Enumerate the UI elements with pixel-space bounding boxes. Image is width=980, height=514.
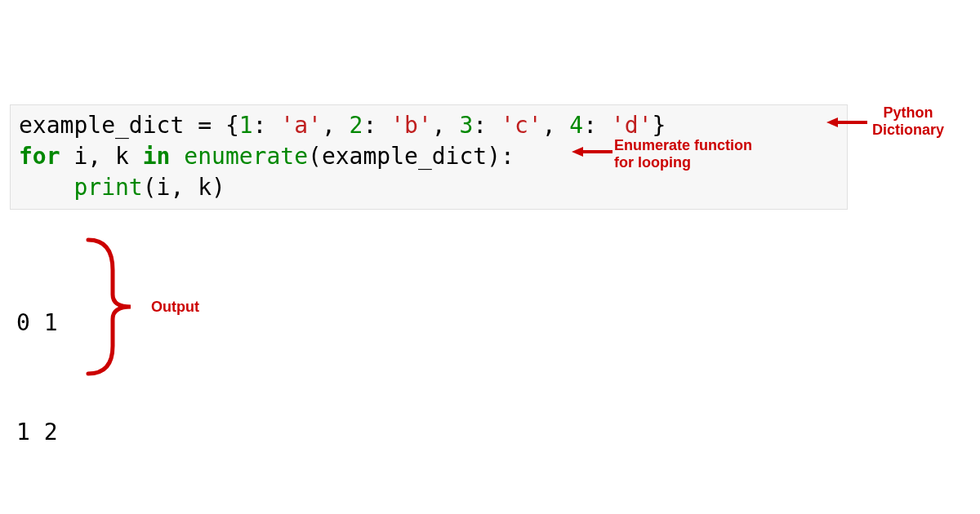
svg-marker-1 — [826, 117, 838, 127]
enumerate-arg: example_dict — [322, 143, 487, 170]
arrow-dict-icon — [826, 114, 867, 131]
loop-var-i: i — [74, 143, 87, 170]
annotation-python-dictionary: Python Dictionary — [872, 104, 944, 138]
key-1: 1 — [239, 112, 253, 139]
key-3: 3 — [459, 112, 473, 139]
annotation-enum-line-1: Enumerate function — [614, 137, 752, 154]
output-line-1: 0 1 — [16, 305, 58, 342]
val-d: 'd' — [611, 112, 653, 139]
for-keyword: for — [19, 143, 60, 170]
print-arg-i: i — [157, 174, 171, 201]
assign-op: = — [184, 112, 225, 139]
annotation-enumerate-function: Enumerate function for looping — [614, 137, 752, 171]
enumerate-fn: enumerate — [184, 143, 308, 170]
key-4: 4 — [569, 112, 583, 139]
arrow-enumerate-icon — [572, 144, 612, 160]
print-arg-k: k — [198, 174, 212, 201]
brace-open: { — [225, 112, 239, 139]
output-line-2: 1 2 — [16, 414, 58, 451]
code-line-3: print(i, k) — [19, 172, 839, 203]
key-2: 2 — [350, 112, 363, 139]
brace-close: } — [653, 112, 666, 139]
svg-marker-3 — [572, 147, 583, 157]
val-c: 'c' — [501, 112, 542, 139]
output-block: 0 1 1 2 2 3 3 4 — [16, 232, 58, 514]
var-name: example_dict — [19, 112, 184, 139]
annotation-output: Output — [151, 299, 199, 316]
annotation-enum-line-2: for looping — [614, 154, 752, 171]
print-fn: print — [74, 174, 142, 201]
val-a: 'a' — [280, 112, 322, 139]
annotation-dict-line-1: Python — [872, 104, 944, 122]
brace-output-icon — [80, 233, 145, 380]
in-keyword: in — [143, 143, 171, 170]
loop-var-k: k — [115, 143, 129, 170]
annotation-dict-line-2: Dictionary — [872, 122, 944, 139]
val-b: 'b' — [390, 112, 432, 139]
